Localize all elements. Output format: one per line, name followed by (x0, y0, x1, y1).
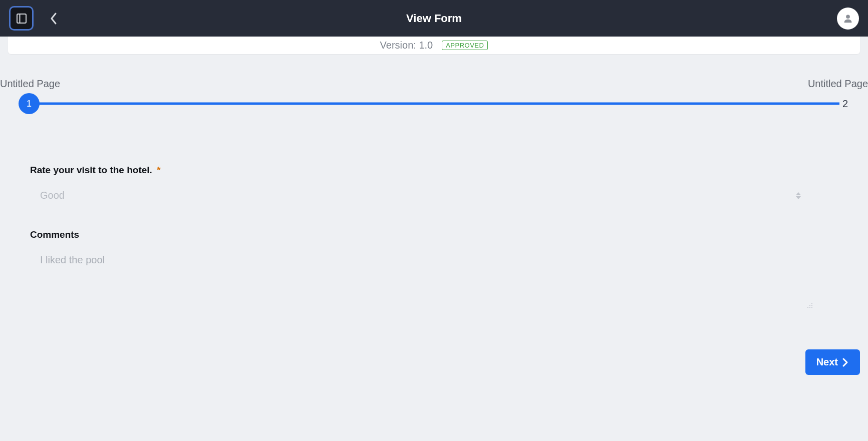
stepper-labels: Untitled Page Untitled Page (0, 78, 868, 90)
svg-marker-3 (796, 192, 801, 195)
rating-value: Good (30, 186, 838, 205)
svg-point-8 (807, 307, 808, 308)
chevron-right-icon (842, 357, 849, 367)
panel-toggle-button[interactable] (9, 6, 34, 31)
step-2-number: 2 (842, 98, 848, 110)
version-label: Version: 1.0 (380, 40, 433, 51)
svg-point-10 (811, 307, 812, 308)
user-icon (842, 13, 853, 24)
footer: Next (0, 349, 868, 385)
back-button[interactable] (46, 11, 62, 27)
resize-handle-icon[interactable] (807, 301, 813, 310)
user-avatar[interactable] (837, 8, 859, 30)
svg-point-7 (811, 305, 812, 306)
svg-marker-4 (796, 196, 801, 199)
svg-point-2 (846, 15, 850, 19)
caret-down-icon (795, 196, 802, 200)
stepper-line (29, 103, 839, 105)
rating-label-text: Rate your visit to the hotel. (30, 165, 152, 175)
step-2-node[interactable]: 2 (842, 98, 848, 110)
svg-point-9 (809, 307, 810, 308)
page-title: View Form (406, 12, 462, 25)
next-button-label: Next (816, 356, 838, 368)
comments-field: Comments I liked the pool (30, 229, 838, 310)
svg-point-5 (811, 303, 812, 304)
rating-field: Rate your visit to the hotel. * Good (30, 165, 838, 205)
rating-label: Rate your visit to the hotel. * (30, 165, 838, 176)
step-1-number: 1 (27, 99, 32, 109)
status-badge: APPROVED (442, 41, 488, 50)
comments-label: Comments (30, 229, 838, 240)
step-2-label: Untitled Page (808, 78, 868, 90)
form-body: Rate your visit to the hotel. * Good Com… (0, 115, 868, 349)
stepper-track: 1 2 (0, 93, 868, 115)
comments-value: I liked the pool (30, 250, 838, 310)
svg-point-6 (809, 305, 810, 306)
chevron-left-icon (50, 12, 58, 25)
version-strip: Version: 1.0 APPROVED (8, 37, 860, 54)
rating-select[interactable]: Good (30, 186, 838, 205)
required-indicator: * (157, 165, 160, 175)
step-1-node[interactable]: 1 (19, 93, 40, 114)
step-1-label: Untitled Page (0, 78, 60, 90)
app-header: View Form (0, 0, 868, 37)
svg-rect-0 (17, 14, 26, 23)
stepper: Untitled Page Untitled Page 1 2 (0, 78, 868, 115)
panel-icon (16, 13, 28, 25)
select-caret-icon (795, 192, 802, 200)
comments-textarea[interactable]: I liked the pool (30, 250, 838, 310)
caret-up-icon (795, 192, 802, 196)
next-button[interactable]: Next (805, 349, 860, 375)
